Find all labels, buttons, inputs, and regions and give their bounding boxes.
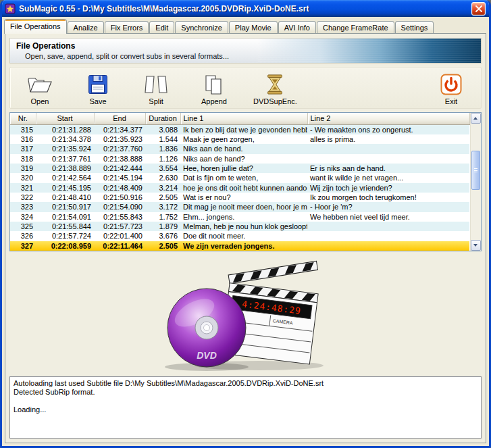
cell-line2: Ik zou morgen toch terugkomen! <box>307 193 469 202</box>
table-row[interactable]: 3260:21:57.7240:22:01.4003.676Doe dit no… <box>10 231 469 241</box>
save-button[interactable]: Save <box>79 72 117 105</box>
window-client-area: File Operations Analize Fix Errors Edit … <box>2 17 489 446</box>
cell-duration: 1.879 <box>145 222 180 231</box>
cell-start: 0:21:54.091 <box>36 212 94 222</box>
tab-edit[interactable]: Edit <box>149 21 174 34</box>
cell-end: 0:21:42.444 <box>94 164 145 173</box>
column-header-duration[interactable]: Duration <box>145 113 180 124</box>
log-line: Loading... <box>14 405 477 414</box>
cell-line2: alles is prima. <box>307 134 469 144</box>
table-row[interactable]: 3150:21:31.2880:21:34.3773.088Ik ben zo … <box>10 124 469 134</box>
cell-duration: 2.505 <box>145 193 180 202</box>
cell-line1: Maak je geen zorgen, <box>180 134 307 144</box>
cell-line2 <box>307 144 469 153</box>
cell-line2 <box>307 154 469 164</box>
cell-start: 0:21:37.761 <box>36 154 94 164</box>
artwork-area: 4:24:48:29 DATE CAMERA SCENE TAKE ROLL <box>9 255 482 373</box>
cell-line2: Er is niks aan de hand. <box>307 164 469 173</box>
cell-line2 <box>307 222 469 231</box>
cell-line2: - We maakten ons zo ongerust. <box>307 124 469 134</box>
cell-start: 0:21:42.564 <box>36 173 94 182</box>
cell-line1: Wat is er nou? <box>180 193 307 202</box>
cell-line1: Hee, horen jullie dat? <box>180 164 307 173</box>
toolbar: Open Save <box>9 67 482 109</box>
subtitle-grid: Nr. Start End Duration Line 1 Line 2 315… <box>9 112 482 251</box>
tab-play-movie[interactable]: Play Movie <box>229 21 278 34</box>
tab-analize[interactable]: Analize <box>68 21 104 34</box>
cell-end: 0:22:11.464 <box>94 241 145 251</box>
cell-nr: 316 <box>10 134 36 144</box>
cell-line2: Wij zijn toch je vrienden? <box>307 183 469 193</box>
table-row[interactable]: 3230:21:50.9170:21:54.0903.172Dit mag je… <box>10 202 469 211</box>
tab-fix-errors[interactable]: Fix Errors <box>105 21 149 34</box>
scrollbar-track[interactable] <box>471 124 482 240</box>
table-row[interactable]: 3180:21:37.7610:21:38.8881.126Niks aan d… <box>10 154 469 164</box>
tab-synchronize[interactable]: Synchronize <box>175 21 228 34</box>
table-row[interactable]: 3240:21:54.0910:21:55.8431.752Ehm... jon… <box>10 212 469 222</box>
exit-button[interactable]: Exit <box>432 72 470 105</box>
split-button[interactable]: Split <box>137 72 175 105</box>
page-header: File Operations Open, save, append, spli… <box>9 38 482 64</box>
column-header-nr[interactable]: Nr. <box>10 113 36 124</box>
close-icon <box>475 5 482 12</box>
table-row[interactable]: 3270:22:08.9590:22:11.4642.505We zijn ve… <box>10 241 469 251</box>
table-row[interactable]: 3210:21:45.1950:21:48.4093.214hoe je ons… <box>10 183 469 193</box>
tab-settings[interactable]: Settings <box>395 21 434 34</box>
cell-nr: 324 <box>10 212 36 222</box>
cell-nr: 315 <box>10 124 36 134</box>
tab-avi-info[interactable]: AVI Info <box>278 21 316 34</box>
cell-duration: 3.214 <box>145 183 180 193</box>
table-row[interactable]: 3220:21:48.4100:21:50.9162.505Wat is er … <box>10 193 469 202</box>
scrollbar-up-button[interactable] <box>471 113 482 124</box>
titlebar[interactable]: SubMagic 0.55 - D:\My Subtitles\M\Madaga… <box>2 0 489 17</box>
table-row[interactable]: 3200:21:42.5640:21:45.1942.630Dat is fij… <box>10 173 469 182</box>
column-header-line1[interactable]: Line 1 <box>180 113 307 124</box>
cell-line1: Melman, heb je nou hun klok gesloopt? <box>180 222 307 231</box>
append-button[interactable]: Append <box>195 72 233 105</box>
cell-line1: Dit mag je nooit meer doen, hoor je me? <box>180 202 307 211</box>
cell-duration: 1.752 <box>145 212 180 222</box>
column-header-end[interactable]: End <box>94 113 145 124</box>
submagic-window: SubMagic 0.55 - D:\My Subtitles\M\Madaga… <box>0 0 491 448</box>
tab-file-operations[interactable]: File Operations <box>4 19 67 34</box>
cell-line2: We hebben niet veel tijd meer. <box>307 212 469 222</box>
column-header-start[interactable]: Start <box>36 113 94 124</box>
table-row[interactable]: 3160:21:34.3780:21:35.9231.544Maak je ge… <box>10 134 469 144</box>
tab-change-framerate[interactable]: Change FrameRate <box>317 21 394 34</box>
cell-end: 0:21:45.194 <box>94 173 145 182</box>
close-button[interactable] <box>471 2 486 16</box>
save-button-label: Save <box>89 97 106 105</box>
cell-nr: 320 <box>10 173 36 182</box>
table-row[interactable]: 3250:21:55.8440:21:57.7231.879Melman, he… <box>10 222 469 231</box>
scrollbar-thumb[interactable] <box>471 151 481 190</box>
cell-nr: 325 <box>10 222 36 231</box>
log-box[interactable]: Autoloading last used Subtitle file D:\M… <box>9 376 482 439</box>
cell-end: 0:22:01.400 <box>94 231 145 241</box>
cell-end: 0:21:38.888 <box>94 154 145 164</box>
cell-nr: 321 <box>10 183 36 193</box>
scrollbar-down-button[interactable] <box>471 240 482 251</box>
open-button[interactable]: Open <box>21 72 59 105</box>
cell-line1: hoe je ons dit ooit hebt kunnen aandoen? <box>180 183 307 193</box>
table-row[interactable]: 3170:21:35.9240:21:37.7601.836Niks aan d… <box>10 144 469 153</box>
dvd-clapperboard-graphic: 4:24:48:29 DATE CAMERA SCENE TAKE ROLL <box>158 259 334 372</box>
split-icon <box>143 72 169 97</box>
exit-power-icon <box>440 72 462 97</box>
cell-end: 0:21:48.409 <box>94 183 145 193</box>
split-button-label: Split <box>149 97 163 105</box>
dvdsupenc-button[interactable]: DVDSupEnc. <box>253 72 297 105</box>
dvd-disc: DVD <box>167 289 246 367</box>
table-row[interactable]: 3190:21:38.8890:21:42.4443.554Hee, horen… <box>10 164 469 173</box>
cell-end: 0:21:35.923 <box>94 134 145 144</box>
cell-nr: 323 <box>10 202 36 211</box>
app-icon <box>5 3 16 14</box>
cell-duration: 2.630 <box>145 173 180 182</box>
log-line: Detected SubRip format. <box>14 388 477 397</box>
cell-duration: 1.126 <box>145 154 180 164</box>
cell-duration: 2.505 <box>145 241 180 251</box>
grid-scrollbar <box>470 113 482 251</box>
cell-start: 0:21:50.917 <box>36 202 94 211</box>
column-header-line2[interactable]: Line 2 <box>307 113 469 124</box>
cell-nr: 318 <box>10 154 36 164</box>
cell-nr: 319 <box>10 164 36 173</box>
